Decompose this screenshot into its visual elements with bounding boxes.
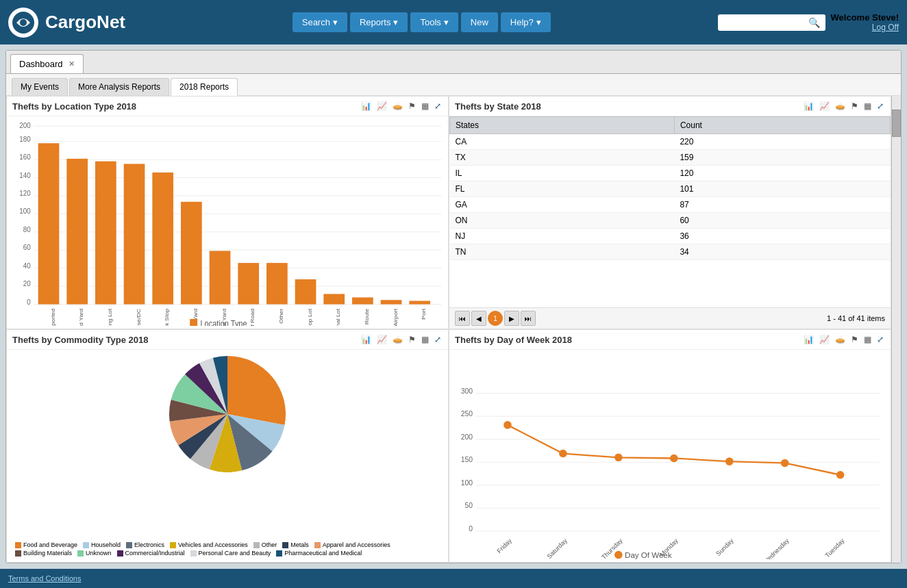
- chart-commodity: Thefts by Commodity Type 2018 📊 📈 🥧 ⚑ ▦ …: [6, 329, 449, 563]
- svg-text:140: 140: [19, 170, 31, 179]
- tools-nav-button[interactable]: Tools ▾: [410, 12, 458, 32]
- svg-text:On Route: On Route: [364, 308, 370, 326]
- legend-item-10: Personal Care and Beauty: [190, 550, 271, 557]
- new-nav-button[interactable]: New: [461, 12, 498, 32]
- chart2-pie-icon[interactable]: 🥧: [834, 101, 847, 112]
- svg-text:Other: Other: [279, 309, 284, 324]
- svg-rect-40: [266, 263, 288, 304]
- svg-text:Friday: Friday: [496, 537, 514, 555]
- chart4-header: Thefts by Day of Week 2018 📊 📈 🥧 ⚑ ▦ ⤢: [449, 330, 891, 350]
- page-first-btn[interactable]: ⏮: [455, 311, 470, 326]
- dashboard-grid: Thefts by Location Type 2018 📊 📈 🥧 ⚑ ▦ ⤢: [6, 96, 891, 563]
- chart1-filter-icon[interactable]: ⚑: [407, 101, 417, 112]
- chart3-title: Thefts by Commodity Type 2018: [12, 335, 148, 345]
- legend-item-1: Household: [83, 541, 121, 548]
- page-next-btn[interactable]: ▶: [504, 311, 519, 326]
- chart2-line-icon[interactable]: 📈: [818, 101, 831, 112]
- tab-more-analysis-reports[interactable]: More Analysis Reports: [69, 78, 169, 95]
- legend-label-7: Building Materials: [23, 550, 72, 557]
- svg-text:Carrier/Terminal Lot: Carrier/Terminal Lot: [336, 308, 341, 326]
- terms-conditions-link[interactable]: Terms and Conditions: [8, 574, 81, 583]
- chart3-bar-icon[interactable]: 📊: [360, 334, 373, 345]
- global-search-icon-button[interactable]: 🔍: [808, 17, 820, 28]
- dashboard-tab[interactable]: Dashboard ✕: [10, 54, 84, 73]
- page-1-btn[interactable]: 1: [488, 311, 503, 326]
- svg-text:Truck Stop: Truck Stop: [164, 308, 170, 326]
- page-last-btn[interactable]: ⏭: [521, 311, 536, 326]
- close-tab-icon[interactable]: ✕: [69, 60, 75, 68]
- chart4-line-icon[interactable]: 📈: [818, 334, 831, 345]
- chart2-filter-icon[interactable]: ⚑: [849, 101, 860, 112]
- svg-text:Port: Port: [421, 308, 427, 320]
- svg-rect-44: [323, 294, 345, 304]
- chart4-pie-icon[interactable]: 🥧: [834, 334, 847, 345]
- chart-location-type: Thefts by Location Type 2018 📊 📈 🥧 ⚑ ▦ ⤢: [6, 96, 449, 329]
- chart1-expand-icon[interactable]: ⤢: [433, 101, 443, 112]
- svg-text:Unreported: Unreported: [50, 308, 55, 326]
- legend-color-4: [253, 542, 260, 548]
- tab-my-events[interactable]: My Events: [12, 78, 68, 95]
- svg-rect-28: [95, 162, 116, 305]
- chart1-line-icon[interactable]: 📈: [375, 101, 388, 112]
- logoff-link[interactable]: Log Off: [831, 23, 899, 32]
- svg-point-71: [670, 455, 678, 463]
- scrollbar-thumb[interactable]: [892, 110, 901, 137]
- chart4-expand-icon[interactable]: ⤢: [875, 334, 885, 345]
- legend-color-1: [83, 542, 89, 548]
- chart4-filter-icon[interactable]: ⚑: [849, 334, 860, 345]
- table-row: CA220: [450, 134, 891, 150]
- svg-text:Parking Lot: Parking Lot: [108, 308, 113, 326]
- svg-rect-46: [352, 297, 373, 304]
- legend-label-10: Personal Care and Beauty: [199, 550, 271, 557]
- svg-point-69: [559, 450, 567, 458]
- legend-item-9: Commercial/Industrial: [117, 550, 185, 557]
- chart4-title: Thefts by Day of Week 2018: [455, 335, 572, 345]
- chart1-pie-icon[interactable]: 🥧: [391, 101, 404, 112]
- svg-point-68: [504, 421, 512, 429]
- footer: Terms and Conditions: [0, 569, 907, 588]
- svg-text:20: 20: [23, 279, 31, 287]
- legend-color-7: [15, 550, 21, 557]
- chart3-header: Thefts by Commodity Type 2018 📊 📈 🥧 ⚑ ▦ …: [7, 330, 448, 350]
- tab-2018-reports[interactable]: 2018 Reports: [171, 78, 238, 96]
- svg-rect-32: [152, 172, 173, 305]
- chart4-table-icon[interactable]: ▦: [862, 334, 873, 345]
- help-nav-button[interactable]: Help? ▾: [501, 12, 551, 32]
- global-search-box: 🔍: [718, 14, 825, 31]
- chart3-expand-icon[interactable]: ⤢: [433, 334, 443, 345]
- table-pagination: ⏮ ◀ 1 ▶ ⏭ 1 - 41 of 41 items: [449, 307, 891, 329]
- table-row: GA87: [450, 197, 891, 213]
- legend-label-1: Household: [91, 541, 121, 548]
- svg-text:Saturday: Saturday: [546, 537, 569, 559]
- chart3-table-icon[interactable]: ▦: [420, 334, 430, 345]
- chart1-table-icon[interactable]: ▦: [420, 101, 430, 112]
- state-cell: IL: [450, 166, 675, 181]
- table-row: TX159: [450, 150, 891, 166]
- chart4-bar-icon[interactable]: 📊: [802, 334, 815, 345]
- chart3-pie-icon[interactable]: 🥧: [391, 334, 404, 345]
- chart2-table-icon[interactable]: ▦: [862, 101, 873, 112]
- table-row: IL120: [450, 166, 891, 181]
- reports-nav-button[interactable]: Reports ▾: [350, 12, 408, 32]
- search-dropdown-icon: ▾: [333, 17, 338, 27]
- chart3-filter-icon[interactable]: ⚑: [407, 334, 417, 345]
- svg-text:200: 200: [19, 120, 31, 129]
- chart2-expand-icon[interactable]: ⤢: [875, 101, 885, 112]
- global-search-input[interactable]: [723, 18, 806, 27]
- chart2-bar-icon[interactable]: 📊: [802, 101, 815, 112]
- state-table-scroll[interactable]: States Count CA220TX159IL120FL101GA87ON6…: [449, 116, 891, 307]
- svg-text:Wednesday: Wednesday: [762, 537, 791, 559]
- svg-text:100: 100: [461, 479, 473, 487]
- search-nav-button[interactable]: Search ▾: [293, 12, 347, 32]
- svg-rect-52: [190, 319, 197, 326]
- right-scrollbar[interactable]: [891, 96, 901, 563]
- legend-color-8: [77, 550, 84, 557]
- count-cell: 159: [674, 150, 890, 166]
- pagination-buttons: ⏮ ◀ 1 ▶ ⏭: [455, 311, 536, 326]
- count-cell: 87: [674, 197, 890, 213]
- chart3-line-icon[interactable]: 📈: [375, 334, 388, 345]
- svg-text:100: 100: [19, 207, 31, 216]
- chart1-bar-icon[interactable]: 📊: [360, 101, 373, 112]
- page-prev-btn[interactable]: ◀: [471, 311, 486, 326]
- main-tab-bar: Dashboard ✕: [6, 51, 901, 74]
